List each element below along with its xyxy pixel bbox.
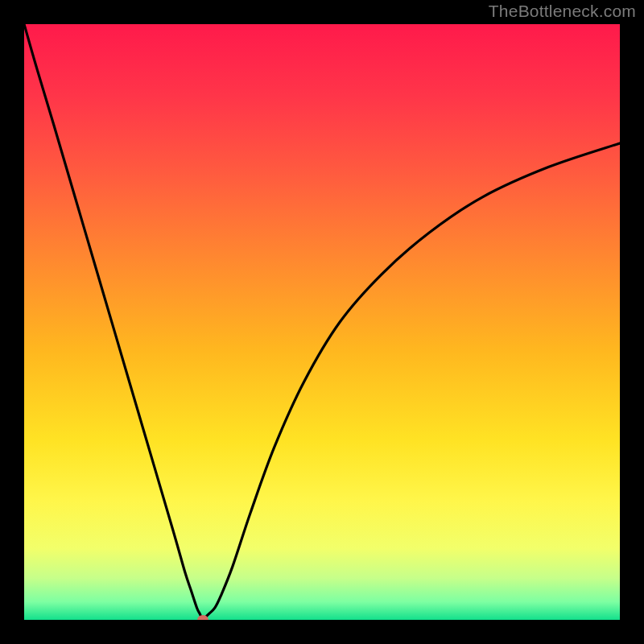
bottleneck-curve — [24, 24, 620, 620]
minimum-marker — [197, 615, 208, 620]
plot-area — [24, 24, 620, 620]
watermark-text: TheBottleneck.com — [489, 2, 636, 21]
chart-frame: TheBottleneck.com — [0, 0, 644, 644]
